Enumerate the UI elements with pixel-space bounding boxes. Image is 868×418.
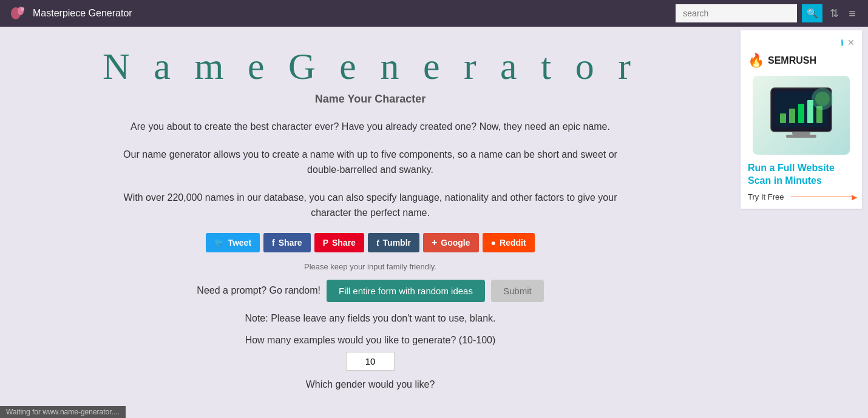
google-icon: + xyxy=(432,237,437,248)
pinterest-share-button[interactable]: P Share xyxy=(314,233,364,252)
ad-illustration xyxy=(759,82,844,149)
ad-headline: Run a Full Website Scan in Minutes xyxy=(748,162,855,187)
status-bar: Waiting for www.name-generator.... xyxy=(0,406,126,418)
menu-icon: ≡ xyxy=(849,7,856,20)
page-subtitle: Name Your Character xyxy=(24,93,716,106)
google-button[interactable]: + Google xyxy=(423,233,479,252)
note-text: Note: Please leave any fields you don't … xyxy=(24,313,716,324)
ad-cta-label: Try It Free xyxy=(748,192,784,201)
examples-label: How many examples would you like to gene… xyxy=(24,335,716,346)
description-3: With over 220,000 names in our database,… xyxy=(121,190,619,221)
family-notice: Please keep your input family friendly. xyxy=(24,262,716,271)
tweet-button[interactable]: 🐦 Tweet xyxy=(206,233,260,252)
facebook-share-button[interactable]: f Share xyxy=(263,233,311,252)
svg-rect-8 xyxy=(807,100,813,123)
logo-icon xyxy=(10,5,27,22)
svg-rect-7 xyxy=(798,104,804,123)
prompt-label: Need a prompt? Go random! xyxy=(197,285,320,296)
svg-rect-12 xyxy=(792,132,810,135)
ad-close-row: ℹ ✕ xyxy=(748,38,855,48)
count-input[interactable] xyxy=(346,352,395,371)
gender-question: Which gender would you like? xyxy=(24,379,716,390)
tweet-label: Tweet xyxy=(228,238,251,248)
tumblr-icon: t xyxy=(376,238,379,248)
semrush-logo: 🔥 SEMRUSH xyxy=(748,53,855,69)
pinterest-icon: P xyxy=(323,238,328,248)
tumblr-label: Tumblr xyxy=(383,238,411,248)
header-left: Masterpiece Generator xyxy=(10,5,132,22)
header-right: 🔍 ⇅ ≡ xyxy=(676,4,858,23)
ad-visual xyxy=(753,76,850,155)
reddit-icon: ● xyxy=(491,238,496,248)
svg-rect-6 xyxy=(789,109,795,123)
search-input[interactable] xyxy=(676,4,797,22)
svg-rect-5 xyxy=(780,113,786,123)
svg-point-2 xyxy=(21,7,24,11)
sidebar-ad: ℹ ✕ 🔥 SEMRUSH xyxy=(741,30,862,209)
fill-random-button[interactable]: Fill entire form with random ideas xyxy=(327,280,485,302)
ad-cta[interactable]: Try It Free ▶ xyxy=(748,192,855,201)
search-button[interactable]: 🔍 xyxy=(802,4,822,22)
facebook-icon: f xyxy=(272,238,275,248)
status-text: Waiting for www.name-generator.... xyxy=(6,408,120,416)
pinterest-label: Share xyxy=(332,238,356,248)
page-title: N a m e G e n e r a t o r xyxy=(24,45,716,88)
ad-info-icon[interactable]: ℹ xyxy=(841,38,844,48)
svg-point-11 xyxy=(815,92,830,106)
sort-icon: ⇅ xyxy=(830,7,839,19)
svg-rect-13 xyxy=(786,135,816,138)
reddit-label: Reddit xyxy=(500,238,526,248)
social-buttons: 🐦 Tweet f Share P Share t Tumblr + Googl… xyxy=(24,233,716,252)
reddit-button[interactable]: ● Reddit xyxy=(483,233,535,252)
ad-headline-accent: in Minutes xyxy=(774,175,822,186)
semrush-brand-name: SEMRUSH xyxy=(768,55,816,66)
prompt-row: Need a prompt? Go random! Fill entire fo… xyxy=(24,280,716,302)
facebook-label: Share xyxy=(279,238,302,248)
menu-icon-button[interactable]: ≡ xyxy=(846,4,858,23)
ad-close-icon[interactable]: ✕ xyxy=(847,38,855,48)
submit-button[interactable]: Submit xyxy=(491,280,544,302)
search-icon: 🔍 xyxy=(807,8,818,19)
main-content: N a m e G e n e r a t o r Name Your Char… xyxy=(0,27,741,402)
site-title: Masterpiece Generator xyxy=(33,8,132,19)
header: Masterpiece Generator 🔍 ⇅ ≡ xyxy=(0,0,868,27)
description-1: Are you about to create the best charact… xyxy=(121,119,619,135)
sort-icon-button[interactable]: ⇅ xyxy=(827,4,841,22)
google-label: Google xyxy=(441,238,470,248)
semrush-brand-icon: 🔥 xyxy=(748,53,764,69)
description-2: Our name generator allows you to create … xyxy=(121,147,619,178)
layout: N a m e G e n e r a t o r Name Your Char… xyxy=(0,27,868,402)
twitter-icon: 🐦 xyxy=(214,238,224,247)
ad-cta-arrow: ▶ xyxy=(791,197,855,197)
tumblr-button[interactable]: t Tumblr xyxy=(368,233,419,252)
